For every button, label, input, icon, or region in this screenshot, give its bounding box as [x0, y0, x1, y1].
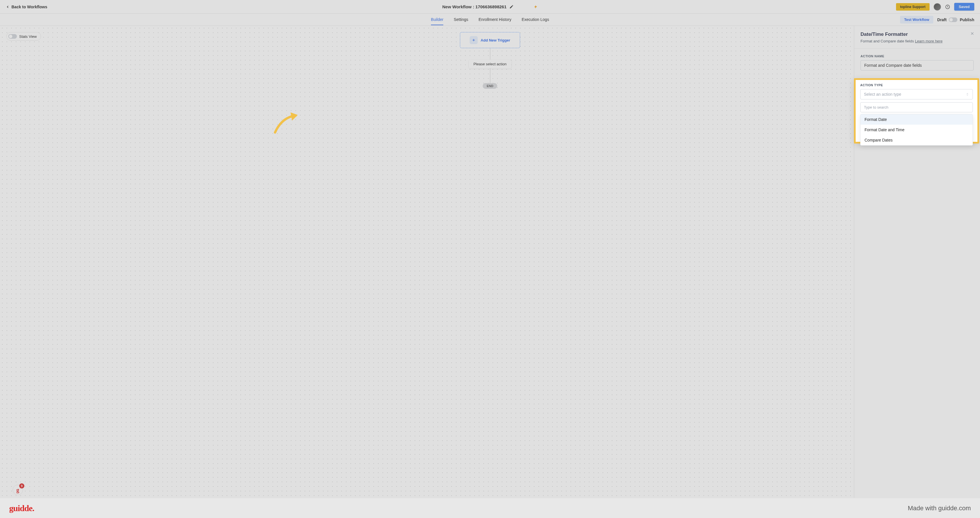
option-format-date[interactable]: Format Date [861, 114, 972, 125]
plus-icon [472, 38, 476, 42]
back-label: Back to Workflows [11, 5, 47, 9]
option-compare-dates[interactable]: Compare Dates [861, 135, 972, 145]
publish-toggle[interactable] [949, 17, 957, 22]
add-new-trigger-button[interactable]: Add New Trigger [460, 32, 520, 48]
support-button[interactable]: topline Support [896, 3, 929, 11]
tab-execution-logs[interactable]: Execution Logs [522, 14, 549, 25]
header-bar: Back to Workflows New Workflow : 1706636… [0, 0, 980, 14]
option-format-date-and-time[interactable]: Format Date and Time [861, 125, 972, 135]
stats-view-label: Stats View [19, 34, 37, 39]
tab-settings[interactable]: Settings [453, 14, 468, 25]
subheader: Builder Settings Enrollment History Exec… [0, 14, 980, 26]
stats-view-toggle[interactable] [8, 34, 17, 39]
action-type-label: ACTION TYPE [860, 83, 973, 87]
action-type-placeholder: Select an action type [864, 92, 901, 97]
workflow-title: New Workflow : 1706636898261 [442, 4, 506, 9]
back-to-workflows-link[interactable]: Back to Workflows [6, 5, 47, 9]
workflow-canvas[interactable]: Stats View Add New Trigger Please select… [0, 26, 980, 498]
panel-body: ACTION NAME [854, 49, 980, 83]
test-workflow-button[interactable]: Test Workflow [900, 16, 933, 24]
action-name-input[interactable] [861, 60, 974, 70]
connector-line [490, 48, 490, 60]
field-action-name: ACTION NAME [861, 54, 974, 70]
plus-icon-container [470, 36, 478, 44]
header-right: topline Support Saved [896, 3, 974, 11]
close-icon [970, 32, 974, 35]
guidde-logo: guidde. [9, 504, 34, 513]
avatar[interactable] [934, 3, 941, 11]
header-center: New Workflow : 1706636898261 [442, 4, 538, 9]
panel-header: Date/Time Formatter Format and Compare d… [854, 26, 980, 49]
highlight-callout: ACTION TYPE Select an action type Format… [854, 78, 979, 143]
tab-enrollment-history[interactable]: Enrollment History [479, 14, 511, 25]
trigger-label: Add New Trigger [480, 38, 510, 42]
action-type-search-input[interactable] [860, 102, 973, 112]
chevron-left-icon [6, 5, 10, 9]
learn-more-link[interactable]: Learn more here [915, 39, 942, 43]
footer-text: Made with guidde.com [908, 505, 971, 512]
close-panel-button[interactable] [970, 32, 974, 37]
panel-title: Date/Time Formatter [861, 32, 974, 37]
chevron-updown-icon [966, 92, 969, 96]
subheader-right: Test Workflow Draft Publish [900, 16, 974, 24]
end-node: END [482, 83, 497, 89]
tab-builder[interactable]: Builder [431, 14, 444, 25]
panel-subtitle: Format and Compare date fields Learn mor… [861, 39, 974, 43]
action-type-select[interactable]: Select an action type [860, 89, 973, 99]
publish-toggle-row: Draft Publish [937, 17, 974, 22]
connector-line [490, 68, 490, 83]
draft-label: Draft [937, 17, 947, 22]
footer: guidde. Made with guidde.com [0, 498, 980, 518]
badge-count: 9 [19, 483, 24, 488]
bolt-icon [534, 5, 538, 9]
publish-label: Publish [960, 17, 974, 22]
pencil-icon[interactable] [509, 5, 514, 9]
notification-badge-corner[interactable]: g9 [13, 485, 23, 495]
history-icon[interactable] [945, 4, 950, 10]
action-type-options: Format Date Format Date and Time Compare… [860, 114, 973, 146]
saved-button[interactable]: Saved [954, 3, 974, 11]
action-node[interactable]: Please select action [469, 60, 511, 68]
action-name-label: ACTION NAME [861, 54, 974, 58]
stats-view-pill: Stats View [6, 32, 41, 41]
tabs: Builder Settings Enrollment History Exec… [431, 14, 549, 25]
